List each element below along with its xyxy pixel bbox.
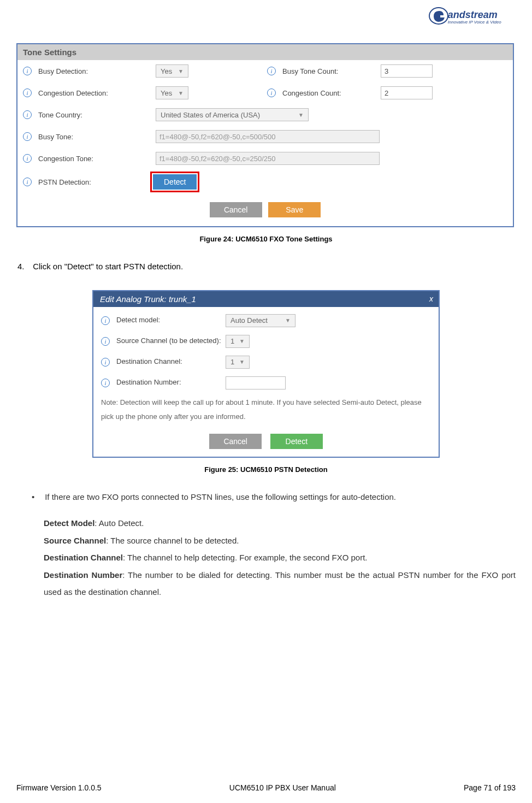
- tone-country-label: Tone Country:: [38, 111, 156, 119]
- logo-tagline: Innovative IP Voice & Video: [448, 20, 501, 25]
- source-channel-select[interactable]: 1 ▼: [226, 335, 250, 348]
- congestion-detection-label: Congestion Detection:: [38, 89, 156, 97]
- info-icon[interactable]: i: [101, 379, 110, 387]
- dest-number-label: Destination Number:: [116, 378, 226, 387]
- info-icon[interactable]: i: [23, 110, 32, 119]
- busy-detection-value: Yes: [161, 67, 172, 75]
- brand-logo: andstream Innovative IP Voice & Video: [428, 5, 516, 33]
- bullet-icon: •: [32, 490, 43, 504]
- source-channel-label: Source Channel (to be detected):: [116, 336, 226, 346]
- dest-channel-value: 1: [230, 358, 234, 366]
- tone-country-value: United States of America (USA): [161, 111, 260, 119]
- caret-down-icon: ▼: [298, 112, 304, 118]
- step-text: Click on "Detect" to start PSTN detectio…: [33, 262, 183, 271]
- page-footer: Firmware Version 1.0.0.5 UCM6510 IP PBX …: [16, 783, 516, 792]
- congestion-count-label: Congestion Count:: [282, 89, 381, 97]
- info-icon[interactable]: i: [23, 67, 32, 75]
- def-dest-number: Destination Number: The number to be dia…: [44, 566, 516, 601]
- busy-tone-count-input[interactable]: [381, 64, 433, 78]
- info-icon[interactable]: i: [23, 132, 32, 141]
- tone-country-select[interactable]: United States of America (USA) ▼: [156, 108, 309, 121]
- edit-analog-trunk-dialog: Edit Analog Trunk: trunk_1 x i Detect mo…: [92, 290, 440, 458]
- tone-settings-title: Tone Settings: [17, 44, 513, 60]
- info-icon[interactable]: i: [267, 67, 276, 75]
- caret-down-icon: ▼: [285, 317, 291, 323]
- dest-channel-label: Destination Channel:: [116, 357, 226, 367]
- dest-number-input[interactable]: [226, 376, 286, 389]
- congestion-tone-input[interactable]: [156, 152, 380, 165]
- save-button[interactable]: Save: [268, 202, 321, 217]
- detect-model-value: Auto Detect: [230, 316, 268, 324]
- figure-25-caption: Figure 25: UCM6510 PSTN Detection: [16, 465, 516, 474]
- footer-firmware: Firmware Version 1.0.0.5: [16, 783, 102, 792]
- busy-tone-label: Busy Tone:: [38, 133, 156, 141]
- detect-model-label: Detect model:: [116, 316, 226, 325]
- dest-channel-select[interactable]: 1 ▼: [226, 356, 250, 369]
- info-icon[interactable]: i: [23, 178, 32, 186]
- info-icon[interactable]: i: [101, 316, 110, 325]
- def-dest-channel: Destination Channel: The channel to help…: [44, 549, 516, 566]
- logo-brand-text: andstream: [448, 9, 498, 20]
- info-icon[interactable]: i: [267, 88, 276, 97]
- busy-detection-select[interactable]: Yes ▼: [156, 64, 188, 78]
- figure-24-caption: Figure 24: UCM6510 FXO Tone Settings: [16, 235, 516, 243]
- source-channel-value: 1: [230, 337, 234, 345]
- bullet-text: If there are two FXO ports connected to …: [45, 492, 396, 501]
- tone-settings-actions: Cancel Save: [17, 194, 513, 226]
- congestion-detection-value: Yes: [161, 89, 172, 97]
- def-source-channel: Source Channel: The source channel to be…: [44, 532, 516, 550]
- dialog-title: Edit Analog Trunk: trunk_1: [100, 294, 196, 304]
- congestion-count-input[interactable]: [381, 86, 433, 99]
- definitions-block: Detect Model: Auto Detect. Source Channe…: [44, 515, 516, 601]
- pstn-detection-label: PSTN Detection:: [38, 178, 150, 186]
- step-number: 4.: [17, 259, 31, 274]
- congestion-detection-select[interactable]: Yes ▼: [156, 86, 188, 99]
- info-icon[interactable]: i: [23, 154, 32, 163]
- logo-g-icon: [428, 5, 449, 28]
- dialog-actions: Cancel Detect: [93, 427, 439, 457]
- instruction-step-4: 4. Click on "Detect" to start PSTN detec…: [16, 259, 516, 274]
- busy-detection-label: Busy Detection:: [38, 67, 156, 75]
- footer-title: UCM6510 IP PBX User Manual: [229, 783, 336, 792]
- dialog-title-bar: Edit Analog Trunk: trunk_1 x: [93, 291, 439, 307]
- detect-highlight-box: Detect: [150, 172, 199, 192]
- cancel-button[interactable]: Cancel: [209, 434, 262, 449]
- busy-tone-input[interactable]: [156, 130, 380, 143]
- detect-model-select[interactable]: Auto Detect ▼: [226, 314, 295, 327]
- caret-down-icon: ▼: [239, 359, 245, 365]
- dialog-note: Note: Detection will keep the call up fo…: [93, 393, 439, 427]
- detect-button[interactable]: Detect: [270, 434, 323, 449]
- congestion-tone-label: Congestion Tone:: [38, 155, 156, 163]
- caret-down-icon: ▼: [178, 90, 184, 96]
- info-icon[interactable]: i: [23, 88, 32, 97]
- caret-down-icon: ▼: [239, 338, 245, 344]
- close-icon[interactable]: x: [429, 294, 433, 303]
- busy-tone-count-label: Busy Tone Count:: [282, 67, 381, 75]
- def-detect-model: Detect Model: Auto Detect.: [44, 515, 516, 532]
- info-icon[interactable]: i: [101, 337, 110, 346]
- tone-settings-panel: Tone Settings i Busy Detection: Yes ▼ i …: [16, 43, 514, 227]
- detect-button[interactable]: Detect: [153, 174, 197, 190]
- info-icon[interactable]: i: [101, 358, 110, 367]
- footer-page: Page 71 of 193: [464, 783, 516, 792]
- cancel-button[interactable]: Cancel: [210, 202, 262, 217]
- caret-down-icon: ▼: [178, 68, 184, 74]
- bullet-item: • If there are two FXO ports connected t…: [32, 490, 516, 504]
